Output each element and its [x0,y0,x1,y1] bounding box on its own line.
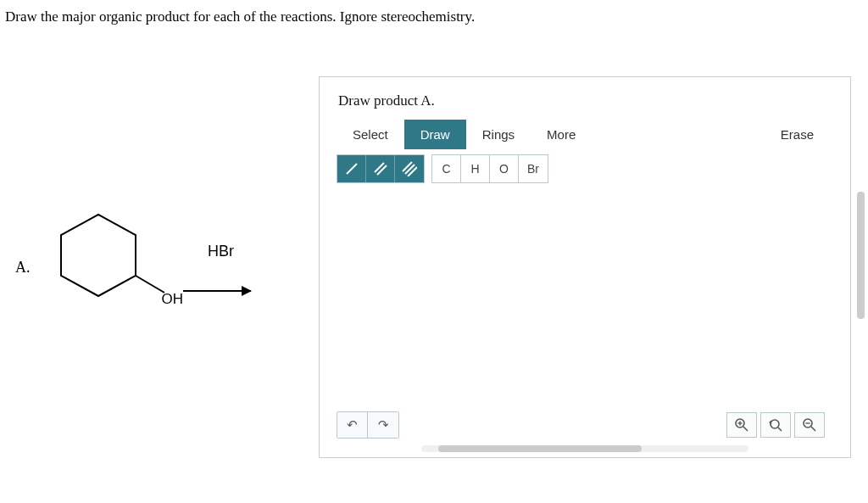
svg-line-3 [375,163,384,172]
svg-line-9 [743,427,748,431]
tab-draw[interactable]: Draw [404,120,466,149]
svg-line-4 [377,165,387,175]
bond-tool-group [337,154,425,183]
zoom-in-icon [734,417,749,433]
zoom-out-button[interactable] [794,412,825,438]
reagent-label: HBr [208,243,234,260]
editor-tabs: Select Draw Rings More Erase [337,120,833,149]
element-tool-group: C H O Br [431,154,548,183]
part-label: A. [15,259,31,277]
element-br-button[interactable]: Br [519,155,548,182]
editor-title: Draw product A. [320,77,850,120]
svg-line-5 [403,162,412,171]
triple-bond-button[interactable] [395,155,424,182]
drawing-editor: Draw product A. Select Draw Rings More E… [319,76,851,458]
svg-line-6 [405,165,415,174]
redo-button[interactable]: ↷ [368,412,398,438]
oh-label: OH [162,291,184,308]
element-c-button[interactable]: C [432,155,461,182]
reaction-panel: A. OH HBr [0,199,314,335]
vertical-scrollbar[interactable] [857,81,865,480]
redo-icon: ↷ [378,417,389,433]
svg-point-12 [771,420,779,428]
bottom-controls: ↶ ↷ [337,411,825,439]
zoom-in-button[interactable] [726,412,757,438]
tab-select[interactable]: Select [337,120,404,149]
svg-line-1 [136,276,164,293]
single-bond-button[interactable] [337,155,366,182]
svg-marker-0 [61,215,136,296]
tab-erase[interactable]: Erase [765,120,833,149]
draw-sub-toolbar: C H O Br [337,154,833,183]
element-h-button[interactable]: H [461,155,490,182]
reactant-structure: OH [56,199,183,335]
horizontal-scroll-thumb[interactable] [438,445,642,452]
svg-line-2 [347,164,357,174]
content-row: A. OH HBr Draw product A. Select Draw Ri… [0,76,868,458]
svg-line-13 [778,428,782,431]
horizontal-scrollbar[interactable] [421,445,748,452]
zoom-group [726,412,825,438]
history-group: ↶ ↷ [337,411,399,439]
undo-button[interactable]: ↶ [337,412,368,438]
question-text: Draw the major organic product for each … [0,0,868,34]
undo-icon: ↶ [347,417,358,433]
vertical-scroll-thumb[interactable] [857,192,865,319]
double-bond-button[interactable] [366,155,395,182]
tab-rings[interactable]: Rings [466,120,531,149]
element-o-button[interactable]: O [490,155,519,182]
zoom-reset-button[interactable] [760,412,791,438]
zoom-out-icon [802,417,817,433]
zoom-reset-icon [768,417,783,433]
svg-line-7 [408,167,417,176]
reaction-arrow [183,290,251,292]
tab-more[interactable]: More [531,120,592,149]
reaction-arrow-block: HBr [183,243,251,292]
svg-line-15 [811,427,815,431]
